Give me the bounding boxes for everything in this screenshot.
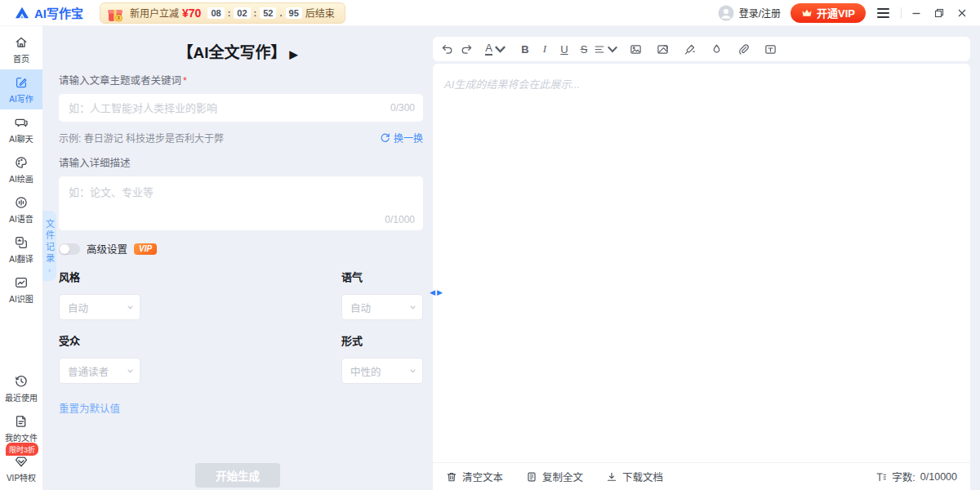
collapse-left-icon[interactable]: ◀ <box>430 288 435 296</box>
trash-icon <box>446 471 457 483</box>
generate-button[interactable]: 开始生成 <box>195 463 280 488</box>
refresh-examples-link[interactable]: 换一换 <box>380 131 423 145</box>
editor-footer: 清空文本 复制全文 下载文档 <box>433 462 970 490</box>
sidebar-item-ai-writing[interactable]: AI写作 <box>0 69 42 109</box>
image-recognition-icon <box>14 275 29 290</box>
advanced-settings-toggle[interactable] <box>59 243 80 255</box>
example-text: 示例: 春日游记 科技进步是否利大于弊 <box>59 131 224 145</box>
copy-all-button[interactable]: 复制全文 <box>526 469 583 484</box>
undo-button[interactable] <box>437 39 457 59</box>
sidebar-item-label: AI聊天 <box>9 132 33 145</box>
gift-icon <box>105 4 125 24</box>
tone-select[interactable]: 自动 <box>341 294 423 320</box>
login-register-label: 登录/注册 <box>739 6 781 20</box>
bold-button[interactable]: B <box>515 39 535 59</box>
audience-label: 受众 <box>59 332 140 348</box>
sidebar-spacer <box>0 310 42 368</box>
countdown-hours: 08 <box>207 7 224 19</box>
close-button[interactable] <box>957 8 967 18</box>
promo-amount: ¥70 <box>182 7 201 20</box>
sidebar-item-ai-translate[interactable]: AI翻译 <box>0 229 42 270</box>
sidebar-item-recent[interactable]: 最近使用 <box>0 368 42 408</box>
sidebar-item-ai-drawing[interactable]: AI绘画 <box>0 149 42 189</box>
sidebar-item-label: AI写作 <box>9 92 33 105</box>
insert-image-button[interactable] <box>626 39 645 59</box>
topic-input-wrap: 0/300 <box>59 94 423 122</box>
promo-text-suffix: 后结束 <box>305 6 335 20</box>
page-title-text: 【AI全文写作】 <box>177 44 286 61</box>
italic-button[interactable]: I <box>535 39 555 59</box>
sidebar-item-label: AI语音 <box>9 212 33 225</box>
description-textarea[interactable] <box>59 176 423 230</box>
description-textarea-wrap: 0/1000 <box>59 176 423 230</box>
sidebar-item-label: 我的文件 <box>5 431 38 443</box>
sidebar-item-ai-voice[interactable]: AI语音 <box>0 189 42 229</box>
strikethrough-button[interactable]: S <box>574 39 594 59</box>
play-icon[interactable]: ▶ <box>290 48 298 60</box>
style-field: 风格 自动 <box>59 269 140 320</box>
paperclip-icon <box>737 43 750 56</box>
format-label: 形式 <box>341 332 423 348</box>
font-color-button[interactable]: A <box>483 39 508 59</box>
countdown-separator: : <box>228 8 231 18</box>
textbox-icon <box>764 43 777 56</box>
download-doc-button[interactable]: 下载文档 <box>606 469 663 484</box>
promo-text-prefix: 新用户立减 <box>130 6 179 20</box>
chevron-down-icon <box>127 305 133 310</box>
ink-drop-icon <box>710 43 723 56</box>
insert-textbox-button[interactable] <box>760 39 780 59</box>
logo[interactable]: AI写作宝 <box>10 4 83 21</box>
ink-drop-button[interactable] <box>706 39 726 59</box>
tone-value: 自动 <box>350 300 371 315</box>
audience-select[interactable]: 普通读者 <box>59 358 140 384</box>
format-brush-button[interactable] <box>679 39 699 59</box>
required-asterisk: * <box>183 75 187 87</box>
field-row-1: 风格 自动 语气 自动 <box>59 269 423 320</box>
underline-button[interactable]: U <box>555 39 574 59</box>
editor-content[interactable]: AI生成的结果将会在此展示... 清空文本 复制全文 <box>433 64 970 490</box>
gem-icon <box>14 454 29 469</box>
topic-input[interactable] <box>59 94 423 122</box>
chevron-down-icon <box>410 369 416 373</box>
restore-button[interactable] <box>934 8 944 18</box>
top-bar-right: 登录/注册 开通VIP <box>718 3 970 23</box>
align-button[interactable] <box>594 39 618 59</box>
open-vip-button[interactable]: 开通VIP <box>791 3 866 23</box>
format-select[interactable]: 中性的 <box>341 358 423 384</box>
sidebar-item-vip-privileges[interactable]: 限时3折 VIP特权 <box>0 448 42 488</box>
panel-resize-handle[interactable]: ◀ ▶ <box>430 288 443 296</box>
sidebar-item-label: 首页 <box>13 52 29 65</box>
sidebar-item-ai-image-recognition[interactable]: AI识图 <box>0 270 42 310</box>
chat-icon <box>14 115 29 130</box>
minimize-button[interactable] <box>911 8 921 18</box>
reset-defaults-link[interactable]: 重置为默认值 <box>59 400 120 416</box>
chevron-down-icon <box>127 369 133 373</box>
expand-right-icon[interactable]: ▶ <box>437 288 443 296</box>
format-field: 形式 中性的 <box>341 332 423 384</box>
menu-icon[interactable] <box>875 5 891 21</box>
style-select[interactable]: 自动 <box>59 294 140 320</box>
sidebar-item-home[interactable]: 首页 <box>0 29 42 69</box>
word-count-icon <box>875 471 887 483</box>
top-bar: AI写作宝 新用户立减 ¥70 08 : 02 : 52 . 95 后结束 <box>0 0 980 26</box>
clear-text-button[interactable]: 清空文本 <box>446 469 503 484</box>
countdown-millis: 95 <box>286 7 302 19</box>
style-label: 风格 <box>59 269 140 284</box>
sidebar-item-ai-chat[interactable]: AI聊天 <box>0 109 42 149</box>
file-records-tab[interactable]: 文件记录 › <box>42 211 56 281</box>
countdown-seconds: 52 <box>260 7 276 19</box>
screenshot-button[interactable] <box>653 39 672 59</box>
brush-icon <box>684 43 696 56</box>
attachment-button[interactable] <box>733 39 753 59</box>
image-icon <box>630 43 642 56</box>
promo-banner[interactable]: 新用户立减 ¥70 08 : 02 : 52 . 95 后结束 <box>100 2 345 24</box>
crown-icon <box>801 8 813 18</box>
login-register-button[interactable]: 登录/注册 <box>718 5 781 21</box>
home-icon <box>14 35 29 50</box>
window-controls <box>911 8 970 18</box>
discount-badge: 限时3折 <box>6 443 38 456</box>
countdown-separator: : <box>254 8 257 18</box>
writing-form-panel: 文件记录 › 【AI全文写作】▶ 请输入文章主题或者关键词* 0/300 示例:… <box>42 26 433 490</box>
tone-field: 语气 自动 <box>341 269 423 320</box>
redo-button[interactable] <box>457 39 476 59</box>
